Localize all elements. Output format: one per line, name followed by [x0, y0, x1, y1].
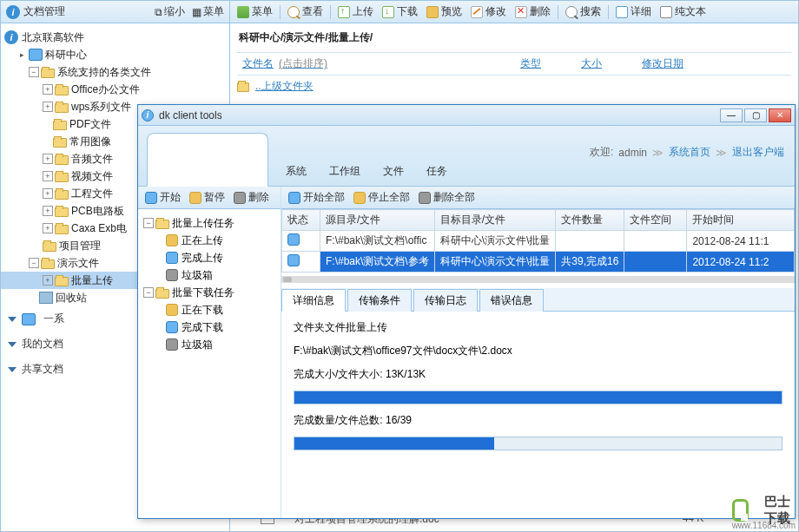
- tab-group[interactable]: 工作组: [329, 164, 360, 179]
- expand-toggle[interactable]: +: [43, 206, 53, 216]
- expand-toggle[interactable]: +: [43, 154, 53, 164]
- th-status[interactable]: 状态: [282, 210, 320, 231]
- tab-system[interactable]: 系统: [286, 164, 307, 179]
- task-tree: −批量上传任务 正在上传 完成上传 垃圾箱 −批量下载任务 正在下载 完成下载 …: [138, 209, 281, 358]
- detail-count: 完成数量/文件总数: 16/39: [294, 413, 782, 428]
- tree-root[interactable]: i北京联高软件: [1, 29, 229, 46]
- folder-icon: [53, 138, 67, 148]
- th-dst[interactable]: 目标目录/文件: [434, 210, 556, 231]
- dialog-titlebar[interactable]: i dk client tools — ▢ ✕: [138, 105, 795, 126]
- progress-total: [294, 437, 782, 450]
- expand-toggle[interactable]: +: [43, 188, 53, 199]
- col-type[interactable]: 类型: [515, 53, 576, 75]
- expand-toggle[interactable]: +: [43, 223, 53, 233]
- task-tree-node[interactable]: 正在上传: [140, 232, 279, 249]
- task-row[interactable]: F:\#bak\测试文档\offic 科研中心\演示文件\批量 2012-08-…: [282, 231, 795, 252]
- minimize-button[interactable]: —: [720, 108, 743, 122]
- collapse-toggle[interactable]: −: [143, 287, 154, 298]
- done-icon: [166, 321, 178, 333]
- task-tree-node[interactable]: −批量上传任务: [140, 214, 279, 232]
- btn-delete-all[interactable]: 删除全部: [415, 188, 479, 207]
- preview-icon: [426, 6, 439, 18]
- btn-pause[interactable]: 暂停: [186, 188, 228, 207]
- collapse-toggle[interactable]: −: [29, 258, 39, 268]
- collapse-toggle[interactable]: −: [143, 218, 154, 228]
- col-filename[interactable]: 文件名(点击排序): [237, 53, 515, 75]
- expand-toggle[interactable]: +: [43, 171, 53, 181]
- chevron-down-icon: [8, 367, 17, 372]
- collapse-toggle[interactable]: −: [29, 67, 39, 77]
- subtab-detail[interactable]: 详细信息: [281, 289, 346, 312]
- task-tree-node[interactable]: 完成上传: [140, 249, 279, 266]
- folder-icon: [55, 173, 69, 182]
- th-count[interactable]: 文件数量: [556, 210, 624, 231]
- play-icon: [145, 192, 157, 204]
- tb-edit[interactable]: 修改: [467, 3, 510, 21]
- link-home[interactable]: 系统首页: [669, 145, 710, 160]
- detail-size: 完成大小/文件大小: 13K/13K: [294, 367, 782, 382]
- parent-link[interactable]: ..上级文件夹: [255, 79, 314, 94]
- maximize-button[interactable]: ▢: [744, 108, 767, 122]
- btn-start[interactable]: 开始: [142, 188, 184, 207]
- tab-file[interactable]: 文件: [383, 164, 404, 179]
- menu-button[interactable]: ▦ 菜单: [192, 4, 224, 19]
- th-space[interactable]: 文件空间: [624, 210, 687, 231]
- task-tree-node[interactable]: 正在下载: [140, 301, 279, 319]
- tb-view[interactable]: 查看: [284, 3, 327, 21]
- link-exit[interactable]: 退出客户端: [732, 145, 784, 160]
- tab-task[interactable]: 任务: [426, 164, 447, 179]
- task-tree-node[interactable]: −批量下载任务: [140, 284, 279, 301]
- file-list-header: 文件名(点击排序) 类型 大小 修改日期: [237, 52, 791, 76]
- task-tree-node[interactable]: 垃圾箱: [140, 336, 279, 353]
- tb-menu[interactable]: 菜单: [234, 3, 276, 21]
- detail-pane: 文件夹文件批量上传 F:\#bak\测试文档\office97文件\docx文件…: [281, 312, 795, 459]
- tb-preview[interactable]: 预览: [423, 3, 466, 21]
- expand-toggle[interactable]: +: [43, 102, 53, 112]
- brand-name: 巴士下载: [754, 494, 790, 527]
- task-row-selected[interactable]: F:\#bak\测试文档\参考 科研中心\演示文件\批量 共39,完成16 20…: [282, 252, 795, 273]
- th-src[interactable]: 源目录/文件: [320, 210, 435, 231]
- detail-line1: 文件夹文件批量上传: [294, 320, 782, 335]
- btn-start-all[interactable]: 开始全部: [285, 188, 348, 207]
- btn-stop-all[interactable]: 停止全部: [350, 188, 413, 207]
- subtab-conditions[interactable]: 传输条件: [347, 289, 412, 312]
- tree-node[interactable]: ▸科研中心: [1, 46, 229, 63]
- chevron-down-icon: [8, 317, 17, 322]
- task-tree-node[interactable]: 垃圾箱: [140, 266, 279, 284]
- horizontal-scrollbar[interactable]: [281, 276, 795, 283]
- expand-toggle[interactable]: +: [43, 275, 53, 286]
- col-date[interactable]: 修改日期: [637, 53, 741, 75]
- chevron-down-icon: [8, 342, 17, 347]
- menu-label: 菜单: [203, 4, 224, 19]
- tb-upload[interactable]: 上传: [334, 3, 377, 21]
- tb-plain[interactable]: 纯文本: [657, 3, 710, 21]
- dialog-left-pane: 开始 暂停 删除 −批量上传任务 正在上传 完成上传 垃圾箱 −批量下载任务 正…: [138, 187, 281, 518]
- subtab-log[interactable]: 传输日志: [413, 289, 478, 312]
- subtab-error[interactable]: 错误信息: [479, 289, 544, 312]
- col-size[interactable]: 大小: [576, 53, 637, 75]
- close-button[interactable]: ✕: [769, 108, 791, 122]
- task-tree-node[interactable]: 完成下载: [140, 319, 279, 336]
- expand-toggle[interactable]: +: [43, 84, 53, 95]
- tb-search[interactable]: 搜索: [562, 3, 604, 21]
- task-left-toolbar: 开始 暂停 删除: [138, 187, 281, 209]
- tree-node[interactable]: +Office办公文件: [1, 81, 229, 98]
- shrink-button[interactable]: ⧉ 缩小: [155, 4, 185, 19]
- org-icon: [29, 49, 43, 61]
- trash-icon: [39, 292, 53, 304]
- left-panel-title: 文档管理: [23, 4, 148, 19]
- menu-icon: [237, 6, 249, 18]
- btn-delete[interactable]: 删除: [230, 188, 273, 207]
- dialog-tabbar: 系统 工作组 文件 任务 欢迎: admin ≫ 系统首页 ≫ 退出客户端: [138, 126, 795, 187]
- tb-delete[interactable]: 删除: [512, 3, 554, 21]
- welcome-label: 欢迎:: [590, 145, 613, 160]
- view-icon: [287, 6, 300, 18]
- tree-node[interactable]: −系统支持的各类文件: [1, 63, 229, 81]
- th-time[interactable]: 开始时间: [687, 210, 795, 231]
- upload-icon: [338, 6, 350, 18]
- file-row-parent[interactable]: ..上级文件夹: [237, 79, 791, 94]
- detail-filepath: F:\#bak\测试文档\office97文件\docx文件\2.docx: [294, 344, 782, 358]
- tb-detail[interactable]: 详细: [612, 3, 655, 21]
- tb-download[interactable]: 下载: [379, 3, 421, 21]
- delete-icon: [234, 192, 246, 204]
